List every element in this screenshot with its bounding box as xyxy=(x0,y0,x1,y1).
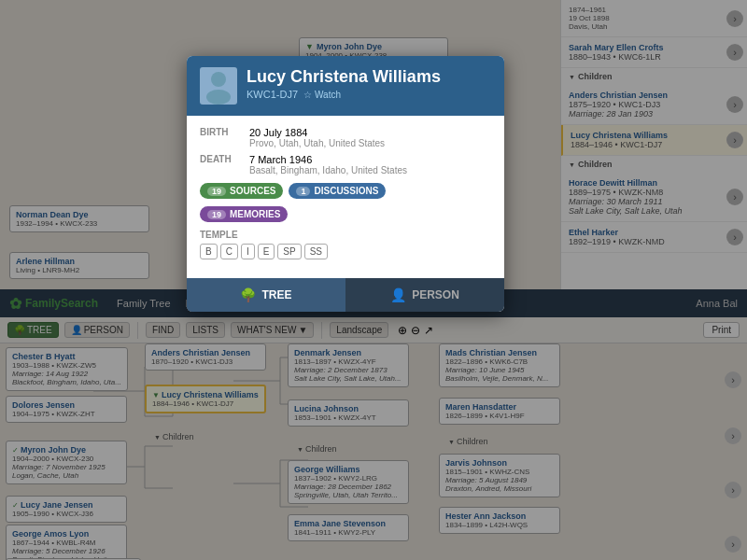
tab-tree[interactable]: 🌳 TREE xyxy=(187,278,345,312)
tree-tab-icon: 🌳 xyxy=(240,287,256,302)
memories-badge[interactable]: 19 MEMORIES xyxy=(200,206,288,222)
birth-label: BIRTH xyxy=(200,127,242,148)
temple-b[interactable]: B xyxy=(200,244,218,259)
temple-sp[interactable]: SP xyxy=(277,244,301,259)
birth-info: 20 July 1884 Provo, Utah, Utah, United S… xyxy=(249,127,385,148)
temple-badges: B C I E SP SS xyxy=(200,244,491,259)
temple-c[interactable]: C xyxy=(220,244,238,259)
modal-person-id: KWC1-DJ7 ☆ Watch xyxy=(247,89,491,100)
star-icon: ☆ xyxy=(303,90,312,100)
death-row: DEATH 7 March 1946 Basalt, Bingham, Idah… xyxy=(200,154,491,175)
modal-footer: 🌳 TREE 👤 PERSON xyxy=(187,278,504,312)
person-modal: Lucy Christena Williams KWC1-DJ7 ☆ Watch… xyxy=(187,56,504,312)
modal-overlay[interactable]: Lucy Christena Williams KWC1-DJ7 ☆ Watch… xyxy=(0,0,747,560)
birth-row: BIRTH 20 July 1884 Provo, Utah, Utah, Un… xyxy=(200,127,491,148)
svg-point-17 xyxy=(211,72,226,87)
person-avatar xyxy=(200,67,237,105)
person-tab-icon: 👤 xyxy=(390,287,406,302)
modal-memories: 19 MEMORIES xyxy=(200,206,491,222)
discussions-badge[interactable]: 1 DISCUSSIONS xyxy=(289,183,386,199)
temple-i[interactable]: I xyxy=(241,244,255,259)
modal-header: Lucy Christena Williams KWC1-DJ7 ☆ Watch xyxy=(187,56,504,116)
death-info: 7 March 1946 Basalt, Bingham, Idaho, Uni… xyxy=(249,154,407,175)
temple-e[interactable]: E xyxy=(258,244,275,259)
tab-person[interactable]: 👤 PERSON xyxy=(345,278,504,312)
death-label: DEATH xyxy=(200,154,242,175)
temple-ss[interactable]: SS xyxy=(304,244,328,259)
modal-badges: 19 SOURCES 1 DISCUSSIONS xyxy=(200,183,491,199)
modal-temple: TEMPLE B C I E SP SS xyxy=(200,230,491,259)
sources-badge[interactable]: 19 SOURCES xyxy=(200,183,283,199)
modal-watch-btn[interactable]: ☆ Watch xyxy=(303,90,341,100)
modal-person-name: Lucy Christena Williams xyxy=(247,67,491,87)
modal-name-section: Lucy Christena Williams KWC1-DJ7 ☆ Watch xyxy=(247,67,491,100)
temple-label: TEMPLE xyxy=(200,230,491,240)
svg-point-18 xyxy=(206,90,231,105)
modal-body: BIRTH 20 July 1884 Provo, Utah, Utah, Un… xyxy=(187,116,504,278)
